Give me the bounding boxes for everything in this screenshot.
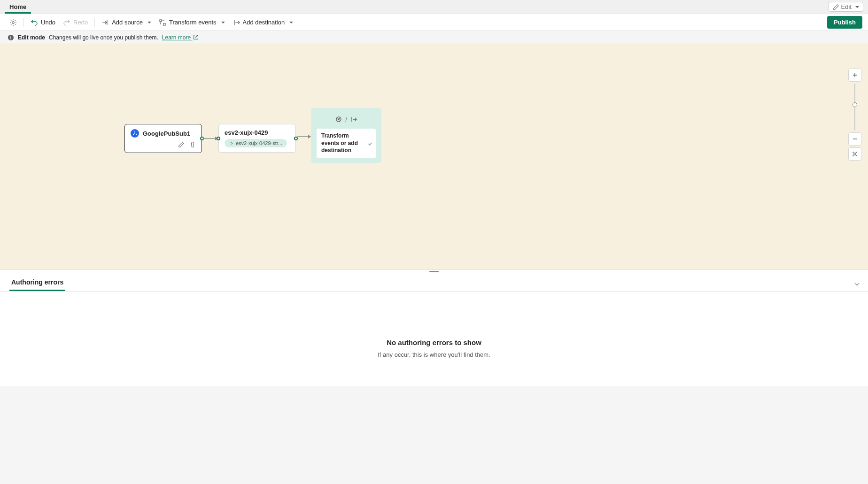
undo-label: Undo xyxy=(41,19,55,26)
empty-state-subtitle: If any occur, this is where you'll find … xyxy=(9,351,859,358)
publish-button[interactable]: Publish xyxy=(827,16,862,29)
zoom-controls xyxy=(848,68,861,161)
learn-more-link[interactable]: Learn more xyxy=(162,34,199,41)
add-source-label: Add source xyxy=(112,19,143,26)
chevron-down-icon xyxy=(289,22,293,23)
add-source-icon xyxy=(101,19,109,26)
toolbar: Undo Redo Add source Transform events Ad… xyxy=(0,14,868,31)
placeholder-text: Transform events or add destination xyxy=(321,132,365,154)
connector-arrow xyxy=(203,136,218,141)
svg-point-8 xyxy=(134,133,135,134)
svg-point-7 xyxy=(136,134,137,135)
info-message: Changes will go live once you publish th… xyxy=(49,34,158,41)
svg-point-6 xyxy=(133,134,134,135)
redo-icon xyxy=(63,19,70,26)
info-bar: i Edit mode Changes will go live once yo… xyxy=(0,31,868,44)
svg-text:i: i xyxy=(10,35,11,40)
fit-view-button[interactable] xyxy=(848,147,861,161)
pencil-icon xyxy=(833,4,839,10)
transform-events-label: Transform events xyxy=(169,19,217,26)
output-port[interactable] xyxy=(200,137,204,140)
edit-dropdown[interactable]: Edit xyxy=(829,2,863,12)
stream-node[interactable]: esv2-xujx-0429 esv2-xujx-0429-str... xyxy=(218,124,296,153)
svg-rect-14 xyxy=(854,153,856,155)
source-node-title: GooglePubSub1 xyxy=(143,130,190,137)
settings-button[interactable] xyxy=(6,17,21,28)
chevron-down-icon xyxy=(221,22,225,23)
zoom-thumb[interactable] xyxy=(852,102,857,107)
input-port[interactable] xyxy=(217,137,220,140)
separator: / xyxy=(345,116,347,123)
edit-dropdown-label: Edit xyxy=(841,3,852,10)
external-link-icon xyxy=(193,34,199,40)
svg-rect-2 xyxy=(163,23,165,25)
chevron-down-icon xyxy=(368,142,372,146)
divider xyxy=(94,18,95,27)
gear-icon xyxy=(9,19,17,26)
transform-icon xyxy=(335,115,342,123)
destination-icon xyxy=(350,115,357,123)
transform-icon xyxy=(159,19,166,26)
tab-home[interactable]: Home xyxy=(5,0,31,14)
placeholder-node[interactable]: / Transform events or add destination xyxy=(311,108,381,163)
stream-chip: esv2-xujx-0429-str... xyxy=(225,139,287,147)
empty-state-title: No authoring errors to show xyxy=(9,338,859,346)
add-destination-button[interactable]: Add destination xyxy=(229,17,297,28)
panel-tab-errors[interactable]: Authoring errors xyxy=(9,276,65,291)
chevron-down-icon xyxy=(147,22,151,23)
zoom-in-button[interactable] xyxy=(848,69,861,82)
svg-point-5 xyxy=(134,131,135,132)
output-port[interactable] xyxy=(294,137,298,140)
placeholder-action[interactable]: Transform events or add destination xyxy=(317,129,376,158)
undo-button[interactable]: Undo xyxy=(27,17,59,28)
connector-arrow xyxy=(297,134,311,139)
pubsub-icon xyxy=(131,129,139,138)
add-source-button[interactable]: Add source xyxy=(98,17,155,28)
info-mode: Edit mode xyxy=(18,34,45,41)
redo-label: Redo xyxy=(73,19,88,26)
trash-icon[interactable] xyxy=(189,141,196,148)
svg-rect-1 xyxy=(160,20,162,22)
pencil-icon[interactable] xyxy=(178,141,185,148)
canvas[interactable]: GooglePubSub1 esv2-xujx-0429 esv2-xujx-0… xyxy=(0,44,868,269)
info-icon: i xyxy=(8,34,14,41)
stream-node-title: esv2-xujx-0429 xyxy=(225,129,268,136)
link-icon xyxy=(229,141,234,146)
divider xyxy=(23,18,24,27)
undo-icon xyxy=(31,19,38,26)
collapse-panel-icon[interactable] xyxy=(855,281,860,286)
bottom-panel: Authoring errors No authoring errors to … xyxy=(0,269,868,386)
redo-button: Redo xyxy=(59,17,92,28)
add-destination-icon xyxy=(232,19,240,26)
source-node[interactable]: GooglePubSub1 xyxy=(124,124,202,153)
chevron-down-icon xyxy=(855,6,859,8)
zoom-out-button[interactable] xyxy=(848,132,861,146)
transform-events-button[interactable]: Transform events xyxy=(155,17,229,28)
add-destination-label: Add destination xyxy=(243,19,285,26)
svg-point-0 xyxy=(12,21,14,23)
zoom-slider[interactable] xyxy=(854,84,855,131)
